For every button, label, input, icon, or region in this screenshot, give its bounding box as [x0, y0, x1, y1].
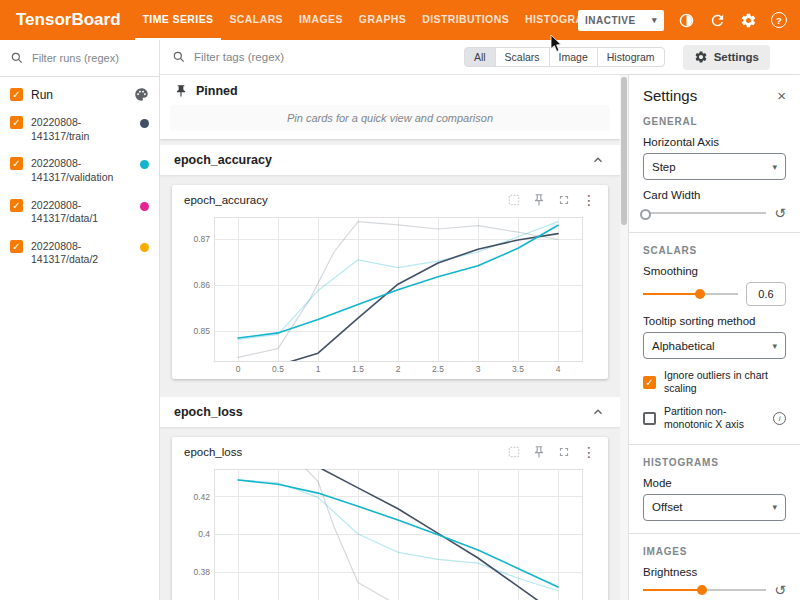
runs-header-label: Run [31, 88, 126, 102]
fullscreen-icon[interactable] [557, 445, 571, 459]
fullscreen-icon[interactable] [557, 193, 571, 207]
fit-to-domain-icon[interactable] [507, 193, 521, 207]
divider [629, 533, 800, 534]
smoothing-slider[interactable] [643, 287, 738, 301]
horizontal-axis-label: Horizontal Axis [643, 136, 786, 148]
run-color-dot [140, 160, 149, 169]
pin-card-icon[interactable] [532, 445, 546, 459]
fit-to-domain-icon[interactable] [507, 445, 521, 459]
horizontal-axis-select[interactable]: Step ▾ [643, 153, 786, 180]
cards-area: Pinned Pin cards for a quick view and co… [160, 75, 628, 600]
chevron-down-icon: ▾ [772, 502, 777, 512]
settings-panel: Settings × GENERAL Horizontal Axis Step … [628, 75, 800, 600]
chip-image[interactable]: Image [549, 47, 598, 67]
run-row-data2[interactable]: ✓ 20220808-141317/data/2 [0, 233, 159, 274]
run-checkbox[interactable]: ✓ [10, 240, 23, 253]
ignore-outliers-label: Ignore outliers in chart scaling [664, 369, 786, 395]
app-title: TensorBoard [16, 10, 121, 30]
svg-text:2: 2 [396, 364, 401, 374]
pin-card-icon[interactable] [532, 193, 546, 207]
run-row-train[interactable]: ✓ 20220808-141317/train [0, 109, 159, 150]
slider-thumb[interactable] [695, 289, 705, 299]
refresh-icon[interactable] [708, 11, 726, 29]
card-width-label: Card Width [643, 189, 786, 201]
chip-all[interactable]: All [464, 47, 496, 67]
reload-status-value: INACTIVE [585, 15, 636, 26]
chip-scalars[interactable]: Scalars [495, 47, 550, 67]
chart-card-title: epoch_loss [184, 446, 507, 458]
divider [629, 444, 800, 445]
search-icon [10, 51, 24, 65]
settings-panel-title: Settings [643, 87, 697, 104]
filter-tags-input[interactable] [192, 50, 336, 64]
tab-time-series[interactable]: TIME SERIES [135, 0, 222, 40]
smoothing-value-input[interactable] [746, 282, 786, 306]
help-icon[interactable]: ? [770, 11, 788, 29]
chevron-up-icon[interactable] [590, 404, 606, 420]
tag-type-filter-group: All Scalars Image Histogram [464, 47, 665, 67]
svg-text:4: 4 [556, 364, 561, 374]
chevron-down-icon: ▾ [772, 341, 777, 351]
tab-images[interactable]: IMAGES [291, 0, 351, 40]
tooltip-sorting-label: Tooltip sorting method [643, 315, 786, 327]
settings-button-label: Settings [714, 51, 759, 63]
close-icon[interactable]: × [777, 87, 786, 104]
chart-card-epoch-accuracy: epoch_accuracy ⋮ 00.511.522.533.540.850.… [172, 185, 608, 379]
reset-icon[interactable]: ↺ [774, 583, 786, 597]
brightness-label: Brightness [643, 566, 786, 578]
images-heading: IMAGES [643, 546, 786, 557]
slider-thumb[interactable] [697, 585, 707, 595]
svg-text:3: 3 [476, 364, 481, 374]
brightness-slider[interactable] [643, 583, 766, 597]
reset-icon[interactable]: ↺ [774, 206, 786, 220]
general-heading: GENERAL [643, 116, 786, 127]
svg-text:0: 0 [236, 364, 241, 374]
histogram-mode-select[interactable]: Offset ▾ [643, 494, 786, 521]
tab-distributions[interactable]: DISTRIBUTIONS [414, 0, 517, 40]
tab-graphs[interactable]: GRAPHS [351, 0, 414, 40]
run-checkbox[interactable]: ✓ [10, 116, 23, 129]
tooltip-sorting-select[interactable]: Alphabetical ▾ [643, 332, 786, 359]
palette-icon[interactable] [134, 87, 149, 102]
filter-runs-field[interactable] [0, 40, 159, 77]
ignore-outliers-checkbox[interactable]: ✓ [643, 376, 656, 389]
more-options-icon[interactable]: ⋮ [582, 193, 596, 207]
svg-text:1.5: 1.5 [352, 364, 364, 374]
svg-text:2.5: 2.5 [432, 364, 444, 374]
pinned-title: Pinned [196, 84, 238, 98]
run-label: 20220808-141317/data/1 [31, 199, 132, 226]
tab-scalars[interactable]: SCALARS [221, 0, 291, 40]
run-row-data1[interactable]: ✓ 20220808-141317/data/1 [0, 192, 159, 233]
svg-text:0.4: 0.4 [198, 529, 210, 539]
filter-runs-input[interactable] [30, 51, 144, 65]
theme-toggle-icon[interactable] [677, 11, 695, 29]
settings-button[interactable]: Settings [683, 45, 770, 70]
svg-text:3.5: 3.5 [512, 364, 524, 374]
run-checkbox[interactable]: ✓ [10, 199, 23, 212]
svg-text:1: 1 [316, 364, 321, 374]
section-epoch-loss: epoch_loss epoch_loss [160, 397, 620, 600]
pinned-panel: Pinned Pin cards for a quick view and co… [160, 75, 620, 139]
run-checkbox[interactable]: ✓ [10, 157, 23, 170]
tooltip-sorting-value: Alphabetical [652, 340, 715, 352]
filter-tags-field[interactable] [172, 50, 456, 64]
card-width-slider[interactable] [643, 206, 766, 220]
more-options-icon[interactable]: ⋮ [582, 445, 596, 459]
smoothing-label: Smoothing [643, 265, 786, 277]
scrollbar-thumb[interactable] [621, 77, 627, 225]
section-header-epoch-accuracy[interactable]: epoch_accuracy [160, 145, 620, 175]
section-header-epoch-loss[interactable]: epoch_loss [160, 397, 620, 427]
run-color-dot [140, 243, 149, 252]
reload-status-select[interactable]: INACTIVE ▾ [578, 10, 664, 31]
pinned-empty-message: Pin cards for a quick view and compariso… [170, 105, 610, 131]
chip-histogram[interactable]: Histogram [597, 47, 665, 67]
select-all-runs-checkbox[interactable]: ✓ [10, 88, 23, 101]
slider-thumb[interactable] [640, 209, 651, 220]
partition-x-axis-checkbox[interactable] [643, 412, 656, 425]
epoch-accuracy-chart[interactable]: 00.511.522.533.540.850.860.87 [180, 209, 592, 377]
info-icon[interactable]: i [773, 412, 786, 425]
chevron-up-icon[interactable] [590, 152, 606, 168]
settings-gear-icon[interactable] [739, 11, 757, 29]
run-row-validation[interactable]: ✓ 20220808-141317/validation [0, 150, 159, 191]
epoch-loss-chart[interactable]: 00.511.522.533.540.360.380.40.42 [180, 461, 592, 600]
